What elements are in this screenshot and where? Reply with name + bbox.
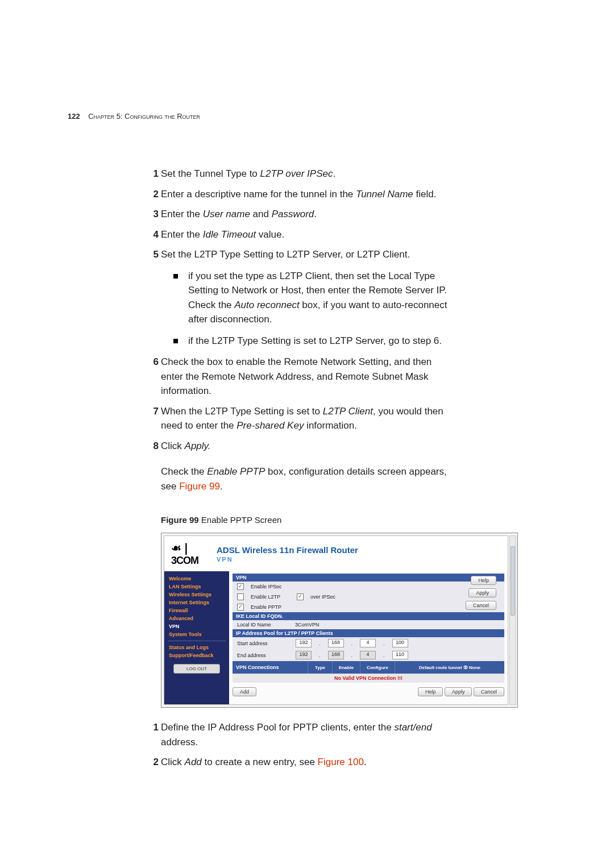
vpn-header: VPN xyxy=(233,574,504,582)
step-5b: if the L2TP Type Setting is set to L2TP … xyxy=(173,334,454,348)
numbered-steps-2: 1Define the IP Address Pool for PPTP cli… xyxy=(142,720,454,770)
scrollbar-thumb[interactable] xyxy=(511,546,515,616)
step-5a: if you set the type as L2TP Client, then… xyxy=(173,269,454,327)
step-5: 5Set the L2TP Type Setting to L2TP Serve… xyxy=(142,247,454,348)
step-7: 7When the L2TP Type Setting is set to L2… xyxy=(142,404,454,433)
step-8: 8Click Apply. xyxy=(142,439,454,454)
sidebar-item-support[interactable]: Support/Feedback xyxy=(164,651,229,659)
step-6: 6Check the box to enable the Remote Netw… xyxy=(142,355,454,398)
pool-header: IP Address Pool for L2TP / PPTP Clients xyxy=(233,629,504,637)
apply-button-2[interactable]: Apply xyxy=(445,687,472,696)
sidebar: Welcome LAN Settings Wireless Settings I… xyxy=(164,571,229,704)
figure-99-screenshot: ☙❘ 3COM ADSL Wireless 11n Firewall Route… xyxy=(161,533,518,708)
step2-1: 1Define the IP Address Pool for PPTP cli… xyxy=(142,720,454,749)
router-header: ☙❘ 3COM ADSL Wireless 11n Firewall Route… xyxy=(164,536,508,571)
step-2: 2Enter a descriptive name for the tunnel… xyxy=(142,187,454,202)
start-address-label: Start address xyxy=(237,641,288,646)
end-ip-1: 192 xyxy=(296,651,312,659)
step-1: 1Set the Tunnel Type to L2TP over IPSec. xyxy=(142,167,454,181)
scrollbar[interactable] xyxy=(509,535,516,705)
start-ip-2[interactable]: 168 xyxy=(328,639,344,647)
start-ip-1[interactable]: 192 xyxy=(296,639,312,647)
router-section: VPN xyxy=(217,556,358,563)
end-address-label: End address xyxy=(237,653,288,658)
paragraph-enable-pptp: Check the Enable PPTP box, configuration… xyxy=(161,464,454,493)
end-ip-3: 4 xyxy=(360,651,376,659)
start-ip-3[interactable]: 4 xyxy=(360,639,376,647)
end-ip-2: 168 xyxy=(328,651,344,659)
add-button[interactable]: Add xyxy=(233,687,256,696)
apply-button[interactable]: Apply xyxy=(468,588,496,597)
3com-logo: ☙❘ 3COM xyxy=(171,541,217,567)
help-button-2[interactable]: Help xyxy=(418,687,443,696)
step2-2: 2Click Add to create a new entry, see Fi… xyxy=(142,755,454,770)
enable-ipsec-checkbox[interactable] xyxy=(237,583,244,590)
vpn-connections-header: VPN Connections Type Enable Configure De… xyxy=(233,661,504,674)
figure-100-link[interactable]: Figure 100 xyxy=(318,757,364,767)
cancel-button-2[interactable]: Cancel xyxy=(474,687,504,696)
sidebar-item-tools[interactable]: System Tools xyxy=(164,630,229,638)
ike-header: IKE Local ID FQDN. xyxy=(233,612,504,620)
local-id-value: 3ComVPN xyxy=(295,622,320,628)
sidebar-item-wireless[interactable]: Wireless Settings xyxy=(164,591,229,599)
router-title: ADSL Wireless 11n Firewall Router xyxy=(217,545,358,555)
enable-l2tp-checkbox[interactable] xyxy=(237,593,244,600)
page-header: 122 Chapter 5: Configuring the Router xyxy=(68,111,454,121)
sidebar-item-status[interactable]: Status and Logs xyxy=(164,643,229,651)
sidebar-item-firewall[interactable]: Firewall xyxy=(164,607,229,614)
numbered-steps-1: 1Set the Tunnel Type to L2TP over IPSec.… xyxy=(142,167,454,453)
chapter-label: Chapter 5: Configuring the Router xyxy=(88,112,200,121)
step-4: 4Enter the Idle Timeout value. xyxy=(142,227,454,242)
start-ip-4[interactable]: 100 xyxy=(392,639,408,647)
sidebar-item-lan[interactable]: LAN Settings xyxy=(164,583,229,591)
help-button[interactable]: Help xyxy=(471,576,496,585)
sidebar-item-advanced[interactable]: Advanced xyxy=(164,614,229,622)
step-3: 3Enter the User name and Password. xyxy=(142,207,454,222)
end-ip-4[interactable]: 110 xyxy=(392,651,408,659)
sidebar-item-welcome[interactable]: Welcome xyxy=(164,575,229,583)
cancel-button[interactable]: Cancel xyxy=(466,601,496,610)
figure-99-caption: Figure 99 Enable PPTP Screen xyxy=(161,515,454,525)
page-number: 122 xyxy=(68,112,80,121)
figure-99-link[interactable]: Figure 99 xyxy=(179,481,220,492)
logout-button[interactable]: LOG OUT xyxy=(173,664,220,674)
sidebar-item-internet[interactable]: Internet Settings xyxy=(164,599,229,607)
sidebar-item-vpn[interactable]: VPN xyxy=(164,622,229,630)
local-id-label: Local ID Name xyxy=(237,622,288,628)
over-ipsec-checkbox[interactable] xyxy=(297,593,304,600)
no-connection-message: No Valid VPN Connection !!! xyxy=(233,674,504,683)
step-5-sublist: if you set the type as L2TP Client, then… xyxy=(173,269,454,348)
enable-pptp-checkbox[interactable] xyxy=(237,604,244,610)
